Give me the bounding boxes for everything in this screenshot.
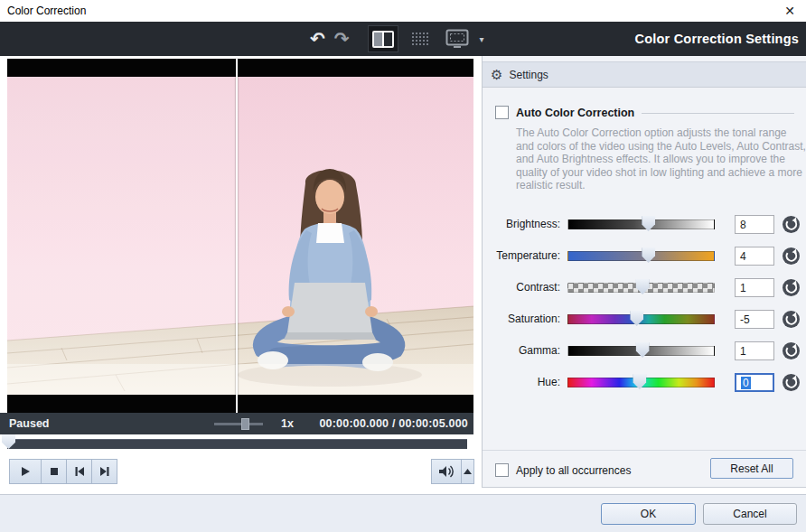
auto-color-correction-checkbox[interactable] — [495, 106, 509, 119]
reset-icon — [782, 215, 801, 234]
letterbox-bottom — [7, 395, 473, 413]
speed-label: 1x — [281, 417, 294, 430]
ok-button[interactable]: OK — [601, 503, 696, 525]
auto-color-correction-description: The Auto Color Correction option adjusts… — [516, 126, 806, 192]
monitor-dropdown-caret-icon[interactable]: ▾ — [480, 34, 484, 44]
redo-icon[interactable]: ↷ — [334, 30, 350, 48]
auto-color-correction-label: Auto Color Correction — [516, 107, 634, 119]
toolbar-icons: ↶ ↷ ▾ — [310, 22, 484, 56]
apply-all-label: Apply to all occurrences — [516, 464, 631, 477]
contrast-reset-button[interactable] — [782, 278, 801, 297]
speed-slider-thumb[interactable] — [241, 418, 249, 430]
gamma-slider-thumb[interactable] — [636, 342, 650, 358]
split-view-button[interactable] — [368, 25, 398, 52]
settings-header: ⚙ Settings — [483, 61, 806, 88]
hue-input[interactable]: 0 — [735, 373, 774, 392]
letterbox-top — [7, 59, 473, 77]
hue-slider-thumb[interactable] — [633, 374, 646, 389]
slider-row-contrast: Contrast: 1 — [483, 273, 806, 304]
contrast-label: Contrast: — [483, 281, 560, 294]
title-bar: Color Correction ✕ — [0, 0, 806, 22]
toolbar: ↶ ↷ ▾ Color Correction Settings — [0, 22, 806, 56]
gear-icon: ⚙ — [491, 68, 502, 81]
contrast-slider-thumb[interactable] — [636, 279, 650, 294]
saturation-reset-button[interactable] — [782, 310, 801, 329]
close-icon[interactable]: ✕ — [781, 2, 799, 20]
previous-frame-icon — [73, 466, 86, 477]
speed-slider[interactable] — [214, 423, 263, 425]
slider-row-temperature: Temperature: 4 — [483, 241, 806, 273]
split-view-icon — [372, 31, 394, 48]
caret-up-icon — [464, 469, 472, 474]
video-preview — [7, 59, 473, 413]
contrast-slider[interactable] — [567, 283, 715, 293]
next-frame-icon — [98, 466, 111, 477]
seek-bar[interactable] — [7, 439, 467, 449]
grid-overlay-icon[interactable] — [411, 32, 429, 46]
apply-all-row: Apply to all occurrences — [495, 463, 631, 477]
reset-icon — [782, 247, 801, 266]
temperature-reset-button[interactable] — [782, 247, 801, 266]
temperature-slider[interactable] — [567, 251, 715, 261]
stop-button[interactable] — [41, 459, 67, 484]
gamma-slider[interactable] — [567, 346, 715, 356]
playback-bar: Paused 1x 00:00:00.000 / 00:00:05.000 — [0, 413, 473, 434]
saturation-slider-thumb[interactable] — [630, 311, 643, 326]
window-title: Color Correction — [7, 5, 86, 17]
hue-label: Hue: — [483, 376, 560, 388]
auto-color-correction-row: Auto Color Correction — [495, 106, 794, 119]
gamma-reset-button[interactable] — [782, 341, 801, 360]
saturation-input[interactable]: -5 — [735, 310, 774, 329]
contrast-input[interactable]: 1 — [735, 278, 774, 297]
reset-icon — [782, 373, 801, 392]
undo-icon[interactable]: ↶ — [310, 30, 325, 48]
gamma-label: Gamma: — [483, 344, 560, 357]
gamma-input[interactable]: 1 — [735, 341, 774, 360]
stop-icon — [49, 466, 60, 477]
saturation-label: Saturation: — [483, 313, 560, 325]
compare-split-divider[interactable] — [236, 59, 238, 413]
playback-status: Paused — [9, 417, 49, 430]
seek-area — [0, 434, 473, 453]
reset-icon — [782, 341, 801, 360]
settings-header-label: Settings — [509, 69, 548, 81]
slider-row-brightness: Brightness: 8 — [483, 210, 806, 241]
brightness-label: Brightness: — [483, 218, 560, 230]
hue-reset-button[interactable] — [782, 373, 801, 392]
cancel-button[interactable]: Cancel — [703, 503, 797, 525]
saturation-slider[interactable] — [567, 314, 715, 324]
monitor-icon[interactable] — [445, 29, 469, 49]
settings-panel: ⚙ Settings Auto Color Correction The Aut… — [482, 56, 806, 488]
hue-slider[interactable] — [567, 378, 715, 387]
brightness-slider-thumb[interactable] — [642, 216, 655, 231]
dialog-footer: OK Cancel — [0, 494, 806, 532]
reset-icon — [782, 278, 801, 297]
next-frame-button[interactable] — [91, 459, 117, 484]
divider — [483, 450, 806, 451]
temperature-slider-thumb[interactable] — [642, 247, 655, 263]
volume-icon — [437, 464, 455, 479]
brightness-input[interactable]: 8 — [735, 215, 774, 234]
video-frame — [7, 77, 473, 395]
reset-all-button[interactable]: Reset All — [710, 458, 793, 479]
brightness-slider[interactable] — [567, 219, 715, 229]
previous-frame-button[interactable] — [66, 459, 92, 484]
panel-title: Color Correction Settings — [635, 22, 799, 56]
brightness-reset-button[interactable] — [782, 215, 801, 234]
play-button[interactable] — [9, 459, 42, 484]
volume-dropdown-button[interactable] — [461, 459, 474, 484]
reset-icon — [782, 310, 801, 329]
temperature-label: Temperature: — [483, 249, 560, 262]
slider-row-gamma: Gamma: 1 — [483, 336, 806, 368]
divider — [642, 113, 794, 114]
transport-controls — [0, 457, 473, 486]
temperature-input[interactable]: 4 — [735, 247, 774, 266]
slider-row-hue: Hue: 0 — [483, 368, 806, 399]
timecode: 00:00:00.000 / 00:00:05.000 — [319, 417, 468, 430]
sliders-group: Brightness: 8 Temperature: 4 Contrast: — [483, 210, 806, 399]
volume-button[interactable] — [431, 459, 462, 484]
apply-all-checkbox[interactable] — [495, 463, 509, 477]
slider-row-saturation: Saturation: -5 — [483, 304, 806, 336]
play-icon — [19, 465, 32, 478]
